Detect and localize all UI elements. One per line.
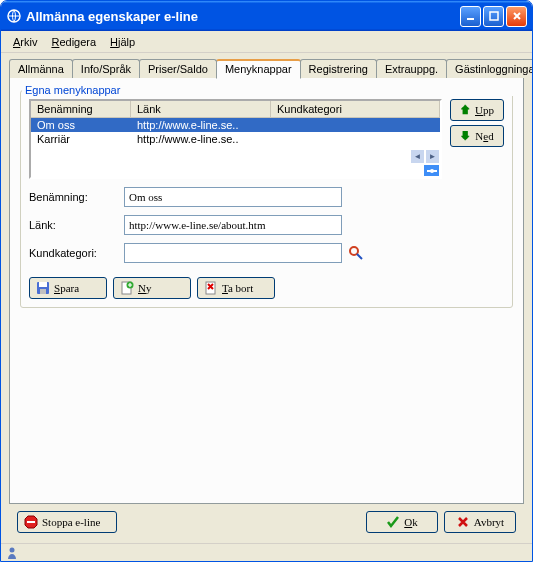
tab-general[interactable]: Allmänna [9,59,73,78]
row-name: Benämning: [29,187,504,207]
tab-strip: Allmänna Info/Språk Priser/Saldo Menykna… [9,59,524,78]
col-header-name[interactable]: Benämning [31,101,131,117]
app-icon [6,8,22,24]
svg-point-15 [10,547,15,552]
close-button[interactable] [506,6,527,27]
svg-point-4 [430,169,434,173]
svg-point-5 [350,247,358,255]
row-category: Kundkategori: [29,243,504,263]
svg-rect-14 [27,521,35,523]
col-header-category[interactable]: Kundkategori [271,101,440,117]
fieldset-legend: Egna menyknappar [22,84,513,96]
menu-file[interactable]: Arkiv [7,34,43,50]
cell-name: Om oss [31,118,131,132]
list-rows: Om oss http://www.e-line.se.. Karriär ht… [31,118,440,146]
stop-eline-button[interactable]: Stoppa e-line [17,511,117,533]
stop-icon [24,515,38,529]
titlebar[interactable]: Allmänna egenskaper e-line [1,1,532,31]
list-h-arrows: ◄ ► [410,149,440,164]
label-category: Kundkategori: [29,247,124,259]
svg-rect-1 [467,18,474,20]
menubar: Arkiv Redigera Hjälp [1,31,532,53]
label-link: Länk: [29,219,124,231]
reorder-buttons: 🡅 Upp 🡇 Ned [450,99,504,179]
tab-prices[interactable]: Priser/Saldo [139,59,217,78]
cell-category [271,132,440,146]
cancel-icon [456,515,470,529]
input-name[interactable] [124,187,342,207]
window-controls [460,6,527,27]
search-category-icon[interactable] [348,245,364,261]
statusbar [1,543,532,561]
list-row[interactable]: Karriär http://www.e-line.se.. [31,132,440,146]
window-title: Allmänna egenskaper e-line [26,9,460,24]
svg-rect-8 [39,282,47,287]
row-link: Länk: [29,215,504,235]
input-category[interactable] [124,243,342,263]
cell-link: http://www.e-line.se.. [131,132,271,146]
input-link[interactable] [124,215,342,235]
arrow-down-icon: 🡇 [460,130,471,142]
list-area: Benämning Länk Kundkategori Om oss http:… [29,99,504,179]
delete-button[interactable]: Ta bort [197,277,275,299]
save-button[interactable]: Spara [29,277,107,299]
cell-category [271,118,440,132]
tab-info[interactable]: Info/Språk [72,59,140,78]
tab-panel: Egna menyknappar Benämning Länk Kundkate… [9,77,524,504]
fieldset: Benämning Länk Kundkategori Om oss http:… [20,90,513,308]
cell-link: http://www.e-line.se.. [131,118,271,132]
new-button[interactable]: Ny [113,277,191,299]
menu-list[interactable]: Benämning Länk Kundkategori Om oss http:… [29,99,442,179]
content-area: Allmänna Info/Språk Priser/Saldo Menykna… [1,53,532,543]
svg-rect-2 [490,12,498,20]
maximize-button[interactable] [483,6,504,27]
action-buttons: Spara Ny Ta bort [29,277,504,299]
svg-line-6 [357,254,362,259]
scroll-right-icon[interactable]: ► [425,149,440,164]
svg-rect-12 [206,282,215,294]
list-corner-icon[interactable] [423,164,440,177]
tab-extra[interactable]: Extrauppg. [376,59,447,78]
col-header-link[interactable]: Länk [131,101,271,117]
tab-registration[interactable]: Registrering [300,59,377,78]
status-icon [5,546,19,560]
window: Allmänna egenskaper e-line Arkiv Rediger… [0,0,533,562]
delete-icon [204,281,218,295]
dialog-footer: Stoppa e-line Ok Avbryt [9,505,524,539]
cancel-button[interactable]: Avbryt [444,511,516,533]
menu-edit[interactable]: Redigera [45,34,102,50]
svg-rect-9 [40,289,46,294]
arrow-up-icon: 🡅 [460,104,471,116]
scroll-left-icon[interactable]: ◄ [410,149,425,164]
stop-label: Stoppa e-line [42,516,100,528]
save-icon [36,281,50,295]
tab-guest[interactable]: Gästinloggningar [446,59,533,78]
ok-button[interactable]: Ok [366,511,438,533]
move-down-button[interactable]: 🡇 Ned [450,125,504,147]
label-name: Benämning: [29,191,124,203]
menu-help[interactable]: Hjälp [104,34,141,50]
cancel-label: Avbryt [474,516,504,528]
move-up-button[interactable]: 🡅 Upp [450,99,504,121]
check-icon [386,515,400,529]
cell-name: Karriär [31,132,131,146]
tab-menubuttons[interactable]: Menyknappar [216,59,301,79]
minimize-button[interactable] [460,6,481,27]
list-header: Benämning Länk Kundkategori [31,101,440,118]
new-icon [120,281,134,295]
list-row[interactable]: Om oss http://www.e-line.se.. [31,118,440,132]
